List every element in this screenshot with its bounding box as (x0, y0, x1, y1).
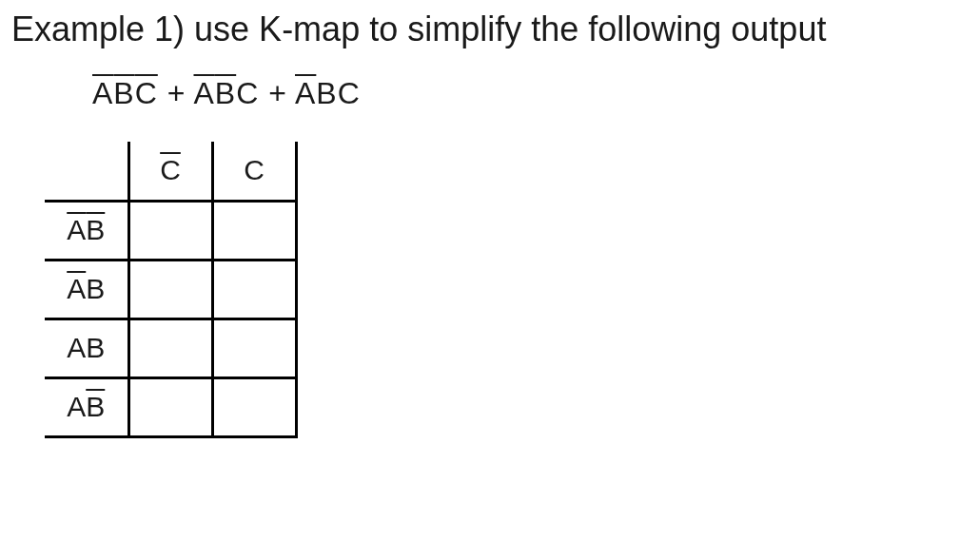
term1-b: B (113, 76, 134, 110)
kmap-row0-label: AB (45, 201, 128, 260)
example-title: Example 1) use K-map to simplify the fol… (11, 10, 949, 49)
term2-b: B (215, 76, 236, 110)
kmap-cell-r2c1 (212, 319, 296, 377)
kmap-col-cbar: C (128, 142, 212, 201)
term3-a: A (295, 76, 316, 110)
plus-1: + (158, 76, 194, 110)
term1-c: C (135, 76, 158, 110)
kmap-cell-r3c0 (128, 377, 212, 436)
plus-2: + (259, 76, 295, 110)
kmap-col-c: C (212, 142, 296, 201)
kmap-table: C C AB AB AB AB (45, 142, 298, 438)
kmap-cell-r1c1 (212, 260, 296, 319)
kmap-row2-label: AB (45, 319, 128, 377)
kmap-row1-label: AB (45, 260, 128, 319)
term3-c: C (338, 76, 361, 110)
kmap-cell-r0c1 (212, 201, 296, 260)
kmap-row3-label: AB (45, 377, 128, 436)
kmap-cell-r2c0 (128, 319, 212, 377)
kmap-cell-r0c0 (128, 201, 212, 260)
term1-a: A (92, 76, 113, 110)
term2-c: C (236, 76, 259, 110)
term2-a: A (194, 76, 215, 110)
term3-b: B (316, 76, 337, 110)
kmap-corner (45, 142, 128, 201)
kmap-cell-r3c1 (212, 377, 296, 436)
boolean-expression: ABC + ABC + ABC (92, 76, 949, 111)
kmap-cell-r1c0 (128, 260, 212, 319)
